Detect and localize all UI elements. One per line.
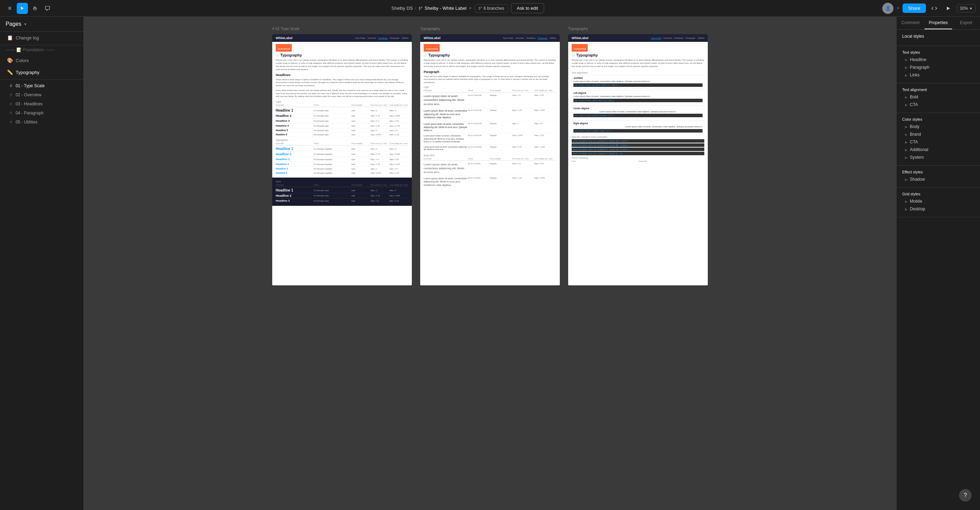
body80-l-weight: Regular <box>490 177 512 179</box>
frame-intro-text-2: Playing also a key role in our design sy… <box>420 59 560 70</box>
frame-2[interactable]: WhiteLabel Type Scale Overview Headlines… <box>420 34 560 285</box>
style-item-headline[interactable]: ▶ Headline <box>902 56 974 64</box>
h6-lh: 20px / 1.25 <box>390 133 408 136</box>
para-m-weight: Regular <box>490 122 512 124</box>
cta-color-arrow-icon: ▶ <box>905 140 908 144</box>
style-item-cta-text[interactable]: ▶ CTA <box>902 101 974 108</box>
table-row-hl4: Headline 4 h4-v2header-highlight bold 20… <box>276 162 408 167</box>
comment-tool-button[interactable] <box>42 3 53 14</box>
tab-comment[interactable]: Comment <box>897 17 924 29</box>
frame-header-1: WhiteLabel Type Scale Overview Headlines… <box>272 34 412 42</box>
typography-section-icon-3: 📄 <box>572 54 575 57</box>
justified-text: Lorem ipsum dolor sit amet, consectetur … <box>573 80 703 83</box>
local-styles-section: Local styles <box>897 30 980 46</box>
table-header-2: Example Class Font weight Font size px /… <box>276 142 408 145</box>
additional-color-arrow-icon: ▶ <box>905 148 908 152</box>
user-avatar[interactable]: 👤 <box>882 3 893 14</box>
avatar-chevron-icon[interactable]: ▼ <box>896 6 900 10</box>
text-styles-title: Text styles <box>902 50 974 54</box>
zoom-control[interactable]: 30% ▼ <box>957 4 976 13</box>
hl2-example: Headline 2 <box>276 153 314 156</box>
table-row-hl1: Headline 1 h1-v2header-highlight bold 32… <box>276 146 408 152</box>
color-item-brand[interactable]: ▶ Brand <box>902 130 974 138</box>
sidebar-subitem-headlines[interactable]: # 03 - Headlines <box>0 99 83 108</box>
code-button[interactable] <box>929 3 940 14</box>
para-s-example: Lorem ipsum dolor sit amet, consectetur … <box>424 134 468 143</box>
sidebar-subitem-utilities[interactable]: # 05 - Utilities <box>0 118 83 127</box>
style-item-bold[interactable]: ▶ Bold <box>902 93 974 101</box>
para-row-xs: Lorem ipsum dolor sit amet, consectetur … <box>424 145 556 152</box>
style-item-paragraph[interactable]: ▶ Paragraph <box>902 64 974 71</box>
path-separator: / <box>415 6 416 11</box>
sidebar-subitem-overview[interactable]: # 02 - Overview <box>0 91 83 99</box>
para-row-xl: Lorem ipsum dolor sit amet, consectetur … <box>424 93 556 108</box>
hl2-weight: bold <box>352 153 370 155</box>
hl1-weight: bold <box>352 148 370 150</box>
whitelabel-badge-1: Customised <box>276 44 292 52</box>
hl5-lh: 24px / 1.5 <box>390 168 408 170</box>
ask-to-edit-button[interactable]: Ask to edit <box>511 3 544 13</box>
hash-icon-3: # <box>10 102 12 106</box>
tab-properties[interactable]: Properties <box>924 17 953 29</box>
dark-h2-lh: 40px / 2.625 <box>390 195 408 197</box>
frame-intro-text-3: Playing also a key role in our design sy… <box>568 59 708 70</box>
body80-table-header: Example Class Font weight Font size px /… <box>424 158 556 161</box>
col-d-class: Class <box>314 184 352 186</box>
para-row-s: Lorem ipsum dolor sit amet, consectetur … <box>424 133 556 145</box>
para-row-l: Lorem ipsum dolor sit amet, consectetur … <box>424 108 556 121</box>
dark-row-h1: Headline 1 h1-v2header-dark bold 32px / … <box>276 187 408 193</box>
para-m-class: Int-1v-2 hot-100 <box>468 122 490 124</box>
pages-header[interactable]: Pages ▼ <box>0 17 83 32</box>
inline-col-1-label: First <box>572 160 637 162</box>
nav-typescale: Type Scale <box>355 37 365 40</box>
body80-label: Body 80% <box>424 154 556 157</box>
para-m-example: Lorem ipsum dolor sit amet, consectetur … <box>424 122 468 132</box>
branches-button[interactable]: 6 branches <box>475 4 508 13</box>
body80-l-lh: 30px / 1.875 <box>535 177 556 179</box>
color-item-body[interactable]: ▶ Body <box>902 123 974 130</box>
sidebar-item-colors[interactable]: 🎨 Colors <box>2 55 82 66</box>
table-row-hl5: Headline 5 h5-v2header-highlight bold 16… <box>276 167 408 171</box>
frame-3[interactable]: WhiteLabel Type Scale Overview Headlines… <box>568 34 708 285</box>
grid-item-desktop[interactable]: ▶ Desktop <box>902 205 974 213</box>
tab-export[interactable]: Export <box>952 17 980 29</box>
para-s-weight: Regular <box>490 134 512 137</box>
color-item-additional[interactable]: ▶ Additional <box>902 146 974 154</box>
subitem-label: 01 - Type Scale <box>16 83 45 88</box>
col2-example: Example <box>276 142 314 145</box>
color-item-system[interactable]: ▶ System <box>902 154 974 161</box>
para-xl-text: Lorem ipsum dolor sit amet, consectetur … <box>424 94 468 107</box>
topbar-center: Shelby DS / Shelby - White Label ▼ 6 bra… <box>56 3 880 13</box>
sidebar-item-changelog[interactable]: 📋 Change log <box>2 32 82 43</box>
hl5-size: 16px / 1 <box>370 168 389 170</box>
play-button[interactable] <box>943 3 954 14</box>
help-button[interactable]: ? <box>959 489 972 502</box>
body80-xl-weight: Regular <box>490 162 512 165</box>
effect-item-shadow[interactable]: ▶ Shadow <box>902 175 974 183</box>
badge-label-3: Customised <box>574 48 585 50</box>
dark-h3-lh: 36px / 2.25 <box>390 200 408 202</box>
whitelabel-logo-3: WhiteLabel <box>572 36 589 40</box>
sidebar-subitem-paragraph[interactable]: # 04 - Paragraph <box>0 108 83 118</box>
hand-tool-button[interactable] <box>29 3 40 14</box>
grid-item-mobile[interactable]: ▶ Mobile <box>902 197 974 205</box>
para-row-m: Lorem ipsum dolor sit amet, consectetur … <box>424 121 556 133</box>
style-item-links[interactable]: ▶ Links <box>902 71 974 79</box>
menu-button[interactable]: ≡ <box>4 3 15 14</box>
branch-icon <box>418 6 423 11</box>
right-aligned-block: Right aligned Lorem ipsum dolor sit amet… <box>572 120 704 134</box>
hl1-lh: 48px / 3 <box>390 148 408 150</box>
hl6-size: 14px / 0.875 <box>370 172 389 174</box>
share-button[interactable]: Share <box>902 3 926 13</box>
hl6-lh: 20px / 1.25 <box>390 172 408 174</box>
hl3-weight: bold <box>352 158 370 160</box>
paragraph-title: Paragraph <box>424 70 556 74</box>
color-item-cta[interactable]: ▶ CTA <box>902 138 974 146</box>
viewport-section: Specific viewport sizes examples Left al… <box>568 136 708 155</box>
sidebar-subitem-type-scale[interactable]: # 01 - Type Scale <box>0 81 83 91</box>
cursor-tool-button[interactable] <box>17 3 28 14</box>
body-color-label: Body <box>910 124 919 129</box>
typography-icon: ✏️ <box>7 70 13 75</box>
sidebar-item-typography[interactable]: ✏️ Typography <box>2 67 82 78</box>
frame-1[interactable]: WhiteLabel Type Scale Overview Headlines… <box>272 34 412 285</box>
